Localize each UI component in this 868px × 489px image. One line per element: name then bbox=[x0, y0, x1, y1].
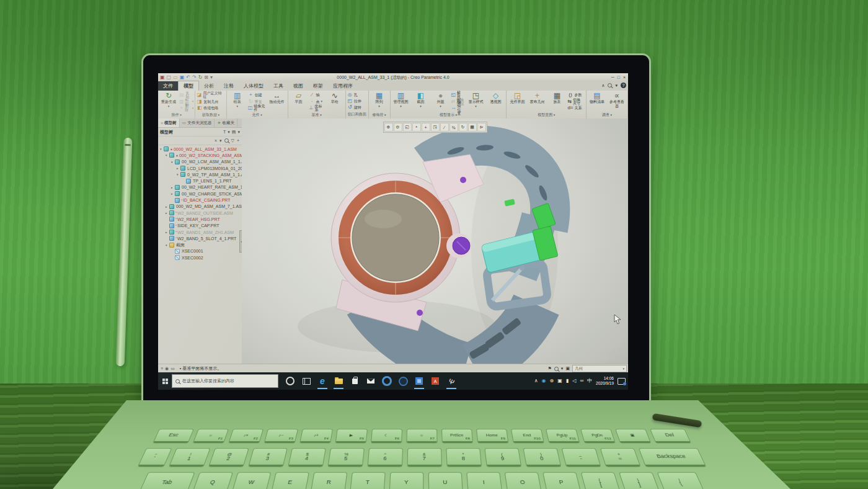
ribbon-small-button[interactable]: ▤ 复制 bbox=[179, 92, 193, 98]
view-manager-icon[interactable]: ▦ bbox=[468, 123, 477, 132]
ribbon-group-label[interactable]: 元件 ▾ bbox=[228, 112, 286, 119]
tree-row[interactable]: ° ID_BACK_CSAING.PRT bbox=[158, 197, 242, 203]
show-list-icon[interactable]: ▤ bbox=[232, 130, 236, 135]
ribbon-big-button[interactable]: ◲ 元件界面 bbox=[508, 91, 526, 112]
tree-row[interactable]: ° W2_REAR_HSG.PRT bbox=[158, 216, 242, 222]
browser-dark-icon[interactable] bbox=[395, 372, 411, 390]
find-icon[interactable] bbox=[224, 138, 229, 143]
ribbon-small-button[interactable]: × 删除 ▾ bbox=[179, 105, 193, 111]
dropdown-icon[interactable]: ▾ bbox=[228, 130, 230, 135]
datum-display-icon[interactable]: ⁄ bbox=[440, 123, 449, 132]
tree-row[interactable]: ° SIDE_KEY_CAP.PRT bbox=[158, 223, 242, 229]
browser-blue-icon[interactable] bbox=[379, 372, 395, 390]
ribbon-group-label[interactable]: 模型意图 ▾ bbox=[508, 112, 585, 119]
ribbon-small-button[interactable]: ↺ 旋转 bbox=[347, 104, 363, 110]
tree-row[interactable]: ▸ 000_W2_MD_ASM_ASM_7_1.ASM bbox=[158, 204, 242, 210]
ribbon-small-button[interactable]: ◱ 分解视图 bbox=[451, 92, 466, 98]
display-icon[interactable]: ▣ bbox=[557, 379, 562, 384]
ribbon-big-button[interactable]: ▤ 物料清单 bbox=[588, 91, 606, 112]
find-icon[interactable] bbox=[554, 367, 559, 371]
console-toggle-icon[interactable]: ▭ bbox=[170, 366, 175, 371]
spin-center-icon[interactable]: + bbox=[422, 123, 430, 132]
ribbon-small-button[interactable]: ▥ 粘贴 ▾ bbox=[179, 99, 193, 105]
browser-toggle-icon[interactable]: ◉ bbox=[165, 366, 169, 371]
close-icon[interactable]: × bbox=[623, 75, 626, 79]
ribbon-small-button[interactable]: ◰ 拉伸 bbox=[347, 98, 363, 104]
tree-row[interactable]: ▸ ° W2_BAND1_ASM_ZH1.ASM bbox=[158, 229, 242, 235]
ribbon-small-button[interactable]: ↻ 重复 bbox=[248, 99, 267, 105]
creo-app-icon[interactable]: Ψ bbox=[443, 372, 459, 390]
ribbon-small-button[interactable]: ↔ 编辑位置 bbox=[451, 105, 466, 111]
adobe-app-icon[interactable]: A bbox=[427, 372, 443, 390]
ribbon-tab[interactable]: 框架 bbox=[308, 81, 328, 91]
ime-icon[interactable]: 中 bbox=[587, 379, 592, 384]
ribbon-big-button[interactable]: ▥ 组装 ▾ bbox=[228, 91, 247, 112]
tree-row[interactable]: XSEC0002 bbox=[158, 254, 242, 261]
ribbon-small-button[interactable]: ⁄ 轴 bbox=[309, 92, 324, 98]
zoom-in-icon[interactable]: ⊕ bbox=[384, 123, 393, 132]
tree-row[interactable]: XSEC0001 bbox=[158, 248, 242, 254]
ribbon-big-button[interactable]: ◧ 截面 ▾ bbox=[412, 91, 430, 112]
network-icon[interactable]: ⊕ bbox=[550, 379, 554, 384]
tree-row[interactable]: ▸ ° W2_BAND2_OUTSIDE.ASM bbox=[158, 210, 242, 216]
ribbon-group-label[interactable]: 模型显示 ▾ bbox=[392, 112, 505, 119]
ribbon-tab[interactable]: 模型 bbox=[178, 81, 199, 91]
dropdown-icon[interactable]: ▾ bbox=[219, 138, 222, 143]
ribbon-big-button[interactable]: ↻ 重新生成 ▾ bbox=[159, 91, 178, 112]
minimize-icon[interactable]: ─ bbox=[611, 75, 614, 79]
collapse-ribbon-icon[interactable]: ∧ bbox=[601, 83, 604, 88]
dropdown-icon[interactable]: ▾ bbox=[561, 366, 564, 371]
ribbon-tab[interactable]: 工具 bbox=[268, 81, 288, 91]
ribbon-small-button[interactable]: ⇆ 切换尺寸 bbox=[567, 99, 585, 105]
ribbon-big-button[interactable]: ◇ 透视图 bbox=[486, 91, 505, 112]
taskbar-clock[interactable]: 14:06 2020/9/19 bbox=[596, 376, 614, 386]
ribbon-small-button[interactable]: ◨ 复制几何 bbox=[197, 99, 225, 105]
ribbon-big-button[interactable]: ▱ 平面 bbox=[290, 91, 308, 112]
ribbon-big-button[interactable]: ● 外观 ▾ bbox=[432, 91, 450, 112]
store-icon[interactable] bbox=[347, 372, 363, 390]
flag-icon[interactable]: ⚑ bbox=[548, 366, 552, 371]
tree-row[interactable]: ▾ ▲ 000_W2_STACKING_ASM_ASM_8_1.A bbox=[158, 152, 242, 158]
refit-icon[interactable]: ◱ bbox=[403, 123, 412, 132]
ribbon-big-button[interactable]: ▦ 阵列 ▾ bbox=[370, 91, 389, 112]
ribbon-group-label[interactable]: 修饰符 ▾ bbox=[370, 112, 389, 119]
task-view-icon[interactable] bbox=[298, 372, 314, 390]
expand-tree-icon[interactable]: + bbox=[237, 138, 239, 143]
dropdown-icon[interactable]: ▾ bbox=[237, 130, 240, 135]
ribbon-small-button[interactable]: () 参数 bbox=[567, 92, 585, 98]
ribbon-small-button[interactable]: ◧ 收缩包络 bbox=[197, 105, 225, 111]
ribbon-group-label[interactable]: 操作 ▾ bbox=[159, 112, 193, 119]
ribbon-small-button[interactable]: + 创建 bbox=[248, 92, 267, 98]
ribbon-group-label[interactable]: 基准 ▾ bbox=[290, 112, 344, 119]
tree-row[interactable]: ▾ 0_W2_TP_ASM_ASM_1_1.ASM bbox=[158, 171, 242, 177]
tray-chevron-icon[interactable]: ∧ bbox=[534, 379, 538, 384]
navigator-tab[interactable]: ▭ 文件夹浏览器 bbox=[180, 119, 215, 127]
ribbon-small-button[interactable]: ◪ 用户定义特征 bbox=[197, 92, 225, 98]
ribbon-group-label[interactable]: 获取数据 ▾ bbox=[197, 112, 225, 119]
annotation-display-icon[interactable]: ¾ bbox=[450, 123, 458, 132]
ribbon-big-button[interactable]: ∿ 草绘 bbox=[326, 91, 344, 112]
help-icon[interactable]: ? bbox=[621, 83, 626, 88]
restore-icon[interactable]: □ bbox=[618, 75, 620, 79]
ribbon-small-button[interactable]: ⊥ 坐标系 bbox=[309, 105, 324, 111]
ribbon-tab[interactable]: 文件 bbox=[158, 81, 178, 91]
tree-row[interactable]: ▾ 00_W2_LCM_ASM_ASM_1_1.ASM bbox=[158, 159, 242, 165]
start-button[interactable] bbox=[158, 372, 172, 390]
ribbon-small-button[interactable]: d= 关系 bbox=[567, 105, 585, 111]
tree-row[interactable]: ▸ 00_W2_HEART_RATE_ASM_1_1.ASM bbox=[158, 184, 242, 191]
battery-icon[interactable]: ▮ bbox=[566, 379, 569, 384]
display-style-icon[interactable]: ◳ bbox=[431, 123, 440, 132]
ribbon-big-button[interactable]: ◳ 显示样式 ▾ bbox=[466, 91, 485, 112]
zoom-out-icon[interactable]: ⊖ bbox=[394, 123, 402, 132]
file-explorer-icon[interactable] bbox=[330, 372, 347, 390]
taskbar-search-input[interactable]: 在这里输入你要搜索的内容 bbox=[172, 374, 278, 388]
graphics-viewport[interactable]: ⊕⊖◱*+◳⁄¾↻▦⊳ bbox=[242, 119, 628, 364]
ribbon-small-button[interactable]: ⇄ 切换状况 bbox=[451, 99, 466, 105]
ribbon-small-button[interactable]: ◫ 镜像元件 bbox=[248, 105, 267, 111]
ribbon-tab[interactable]: 应用程序 bbox=[328, 81, 358, 91]
clear-search-icon[interactable]: × bbox=[215, 138, 217, 143]
saved-orientations-icon[interactable]: ↻ bbox=[459, 123, 467, 132]
selection-filter[interactable]: 几何 ▾ bbox=[572, 365, 627, 372]
tree-row[interactable]: ▾ ▲ 0000_W2_ALL_ASM_33_1.ASM bbox=[158, 146, 242, 152]
ribbon-group-label[interactable]: 调查 ▾ bbox=[588, 112, 626, 119]
